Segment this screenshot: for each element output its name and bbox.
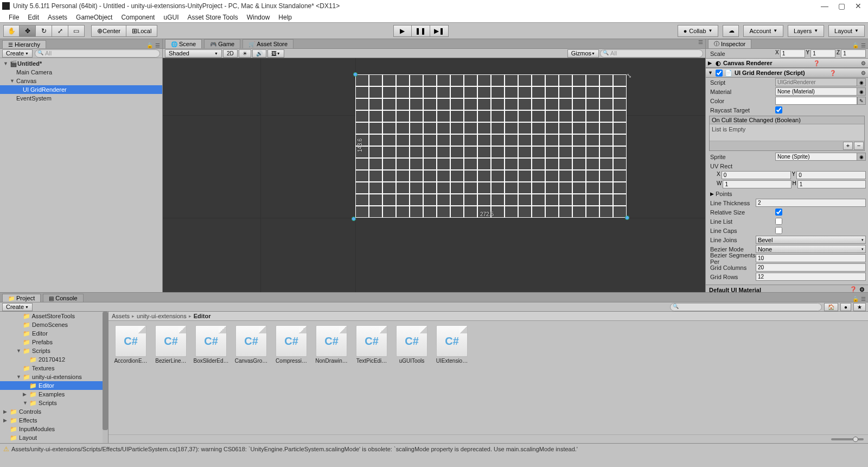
crumb-2[interactable]: Editor: [194, 313, 211, 319]
project-create-button[interactable]: Create ▼: [2, 303, 33, 311]
asset-bezierline[interactable]: C#BezierLine…: [153, 325, 189, 364]
component-gear-icon[interactable]: ⚙: [861, 60, 866, 66]
scene-menu-icon[interactable]: ☰: [698, 39, 703, 48]
hierarchy-tab[interactable]: ☰Hierarchy: [2, 40, 46, 48]
asset-canvasgro[interactable]: C#CanvasGro…: [233, 325, 269, 364]
folder-20170412[interactable]: 📁 20170412: [0, 355, 108, 364]
menu-help[interactable]: Help: [274, 12, 296, 22]
uv-x-input[interactable]: [722, 171, 791, 179]
grid-size-slider[interactable]: [831, 438, 864, 440]
material-field[interactable]: [775, 87, 857, 96]
menu-file[interactable]: File: [4, 12, 23, 22]
layout-dropdown[interactable]: Layout ▼: [828, 25, 865, 37]
minimize-button[interactable]: —: [821, 2, 828, 10]
hierarchy-create-button[interactable]: Create ▼: [2, 49, 33, 58]
folder-unity-ui-extensions[interactable]: ▼📁 unity-ui-extensions: [0, 373, 108, 381]
folder-textures[interactable]: 📁 Textures: [0, 364, 108, 373]
hierarchy-lock-icon[interactable]: 🔒: [146, 42, 153, 48]
uv-h-input[interactable]: [797, 180, 866, 188]
material-picker[interactable]: ◉: [857, 87, 866, 96]
color-field[interactable]: [775, 97, 857, 105]
relative-size-checkbox[interactable]: [775, 209, 782, 216]
bezier-segments-input[interactable]: [756, 254, 866, 262]
uv-y-input[interactable]: [796, 171, 866, 179]
search-filter-assets[interactable]: 🏠: [824, 303, 838, 311]
folder-inputmodules[interactable]: 📁 InputModules: [0, 425, 108, 433]
asset-uiextensio[interactable]: C#UIExtensio…: [434, 325, 470, 364]
tree-scrollbar-track[interactable]: [103, 312, 108, 443]
scene-root[interactable]: ▼🎬 Untitled*: [0, 59, 162, 68]
scale-z-input[interactable]: [841, 49, 866, 58]
account-dropdown[interactable]: Account ▼: [743, 25, 783, 37]
folder-primitives[interactable]: 📁 Primitives: [0, 442, 108, 443]
tree-scrollbar-thumb[interactable]: [103, 312, 108, 430]
folder-examples[interactable]: ▶📁 Examples: [0, 390, 108, 399]
rect-tool[interactable]: ▭: [68, 25, 85, 37]
audio-toggle[interactable]: 🔊: [252, 49, 266, 58]
menu-edit[interactable]: Edit: [23, 12, 43, 22]
grid-columns-input[interactable]: [756, 263, 866, 272]
scene-view[interactable]: ⤡ 272.5 143.6: [163, 58, 705, 292]
maximize-button[interactable]: ▢: [838, 2, 845, 10]
menu-gameobject[interactable]: GameObject: [72, 12, 117, 22]
line-list-checkbox[interactable]: [775, 218, 782, 225]
scale-y-input[interactable]: [810, 49, 835, 58]
material-help-icon[interactable]: ❓: [850, 286, 857, 292]
hierarchy-search-input[interactable]: All: [35, 49, 160, 58]
layers-dropdown[interactable]: Layers ▼: [788, 25, 824, 37]
asset-uguitools[interactable]: C#uGUITools: [394, 325, 430, 364]
pivot-center-toggle[interactable]: ⊕ Center: [91, 25, 126, 37]
hand-tool[interactable]: ✋: [3, 25, 20, 37]
play-button[interactable]: ▶: [393, 25, 412, 37]
project-search-input[interactable]: [670, 303, 822, 311]
color-eyedropper[interactable]: ✎: [857, 97, 866, 105]
menu-ugui[interactable]: uGUI: [159, 12, 183, 22]
menu-window[interactable]: Window: [242, 12, 275, 22]
material-section-header[interactable]: Default UI Material ❓ ⚙: [706, 285, 868, 292]
asset-textpicedi[interactable]: C#TextPicEdi…: [354, 325, 390, 364]
folder-layout[interactable]: 📁 Layout: [0, 433, 108, 442]
search-filter-type[interactable]: ●: [840, 303, 851, 311]
raycast-target-checkbox[interactable]: [775, 106, 782, 113]
menu-component[interactable]: Component: [117, 12, 159, 22]
sprite-field[interactable]: [775, 153, 857, 161]
close-button[interactable]: ✕: [855, 2, 861, 10]
folder-controls[interactable]: ▶📁 Controls: [0, 407, 108, 416]
rect-handle-br[interactable]: [625, 216, 629, 220]
pivot-local-toggle[interactable]: ⊞ Local: [126, 25, 157, 37]
lighting-toggle[interactable]: ☀: [239, 49, 251, 58]
hierarchy-item-canvas[interactable]: ▼Canvas: [0, 77, 162, 85]
menu-assets[interactable]: Assets: [43, 12, 72, 22]
component-help-icon[interactable]: ❓: [813, 60, 820, 66]
shading-dropdown[interactable]: Shaded▼: [165, 49, 222, 58]
project-lock-icon[interactable]: 🔒: [852, 296, 859, 302]
component-enable-checkbox[interactable]: [716, 70, 723, 77]
rotate-tool[interactable]: ↻: [36, 25, 52, 37]
rect-handle-bl[interactable]: [352, 217, 356, 221]
search-filter-label[interactable]: ★: [853, 303, 866, 311]
component-help-icon[interactable]: ❓: [829, 70, 836, 76]
gizmos-dropdown[interactable]: Gizmos ▼: [567, 49, 599, 58]
inspector-menu-icon[interactable]: ☰: [861, 42, 866, 48]
tab-asset-store[interactable]: 🛒Asset Store: [242, 39, 293, 48]
folder-scripts[interactable]: ▼📁 Scripts: [0, 399, 108, 407]
ui-grid-renderer-object[interactable]: [355, 74, 627, 218]
hierarchy-item-eventsystem[interactable]: EventSystem: [0, 94, 162, 103]
folder-effects[interactable]: ▶📁 Effects: [0, 416, 108, 425]
canvas-renderer-header[interactable]: ▶◐ Canvas Renderer ❓ ⚙: [706, 58, 868, 68]
event-add-button[interactable]: +: [843, 142, 853, 150]
console-tab[interactable]: ▤Console: [43, 294, 83, 302]
uv-w-input[interactable]: [723, 180, 791, 188]
ui-grid-renderer-header[interactable]: ▼📄 UI Grid Renderer (Script) ❓ ⚙: [706, 68, 868, 78]
asset-accordione[interactable]: C#AccordionE…: [113, 325, 149, 364]
project-tab[interactable]: 📁Project: [2, 294, 41, 302]
folder-demoscenes[interactable]: 📁 DemoScenes: [0, 320, 108, 329]
hierarchy-item-main-camera[interactable]: Main Camera: [0, 68, 162, 77]
line-thickness-input[interactable]: [756, 199, 866, 207]
scale-x-input[interactable]: [780, 49, 805, 58]
crumb-assets[interactable]: Assets: [112, 313, 130, 319]
scale-tool[interactable]: ⤢: [52, 25, 68, 37]
folder-editor[interactable]: 📁 Editor: [0, 381, 108, 390]
points-foldout[interactable]: Points: [716, 191, 732, 197]
component-gear-icon[interactable]: ⚙: [861, 70, 866, 76]
